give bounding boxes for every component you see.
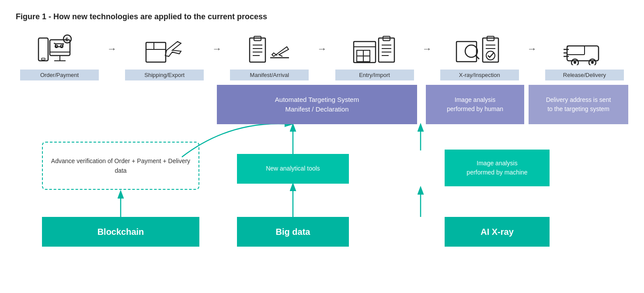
- order-label: Order/Payment: [20, 70, 99, 80]
- shipping-label: Shipping/Export: [125, 70, 204, 80]
- bigdata-label: Big data: [276, 227, 310, 237]
- svg-rect-35: [483, 38, 498, 62]
- entry-icon: [352, 32, 397, 67]
- process-step-manifest: Manifest/Arrival: [226, 32, 313, 80]
- svg-rect-41: [567, 46, 585, 55]
- shipping-icon: [143, 32, 186, 67]
- delivery-label: Delivery address is sentto the targeting…: [546, 95, 611, 114]
- xray-blue-box: Image analysisperformed by human: [426, 85, 524, 124]
- xray-human-label: Image analysisperformed by human: [447, 95, 503, 114]
- svg-text:$: $: [66, 37, 68, 42]
- dashed-verification-box: Advance verification of Order + Payment …: [42, 142, 199, 190]
- manifest-label: Manifest/Arrival: [230, 70, 309, 80]
- middle-section: Automated Targeting SystemManifest / Dec…: [16, 85, 628, 247]
- aixray-label: AI X-ray: [480, 227, 514, 237]
- svg-rect-2: [50, 40, 70, 56]
- process-step-shipping: Shipping/Export: [121, 32, 208, 80]
- svg-rect-40: [567, 46, 599, 61]
- analytical-label: New analytical tools: [266, 164, 320, 173]
- machine-label: Image analysisperformed by machine: [466, 159, 527, 177]
- svg-rect-1: [42, 58, 45, 60]
- svg-point-43: [574, 61, 576, 64]
- svg-rect-0: [38, 38, 48, 61]
- xray-icon: [456, 32, 504, 67]
- svg-point-33: [465, 45, 477, 57]
- machine-teal-box: Image analysisperformed by machine: [445, 150, 550, 186]
- arrow-2: →: [212, 43, 222, 55]
- svg-rect-15: [250, 38, 265, 62]
- process-step-entry: Entry/Import: [331, 32, 418, 80]
- xray-label: X-ray/Inspection: [440, 70, 519, 80]
- svg-point-45: [591, 61, 594, 64]
- release-label: Release/Delivery: [545, 70, 624, 80]
- process-step-order: $ Order/Payment: [16, 32, 103, 80]
- process-step-release: Release/Delivery: [541, 32, 628, 80]
- bigdata-green-box: Big data: [237, 217, 349, 247]
- process-step-xray: X-ray/Inspection: [436, 32, 523, 80]
- svg-rect-12: [146, 42, 166, 62]
- arrow-1: →: [107, 43, 117, 55]
- analytical-teal-box: New analytical tools: [237, 154, 349, 184]
- figure-title: Figure 1 - How new technologies are appl…: [16, 12, 628, 21]
- arrow-4: →: [422, 43, 432, 55]
- svg-rect-32: [456, 42, 477, 62]
- ats-label: Automated Targeting SystemManifest / Dec…: [275, 95, 359, 115]
- svg-rect-26: [379, 38, 394, 62]
- order-icon: $: [38, 32, 81, 67]
- blockchain-green-box: Blockchain: [42, 217, 199, 247]
- aixray-green-box: AI X-ray: [445, 217, 550, 247]
- diagram-container: Figure 1 - How new technologies are appl…: [0, 0, 644, 293]
- release-icon: [563, 32, 606, 67]
- entry-label: Entry/Import: [335, 70, 414, 80]
- verification-text: Advance verification of Order + Payment …: [47, 156, 194, 176]
- process-flow: $ Order/Payment → Shipping/Export →: [16, 32, 628, 80]
- manifest-icon: [247, 32, 291, 67]
- blockchain-label: Blockchain: [97, 227, 144, 237]
- arrow-3: →: [317, 43, 327, 55]
- arrow-5: →: [527, 43, 537, 55]
- delivery-blue-box: Delivery address is sentto the targeting…: [529, 85, 628, 124]
- ats-blue-box: Automated Targeting SystemManifest / Dec…: [217, 85, 417, 124]
